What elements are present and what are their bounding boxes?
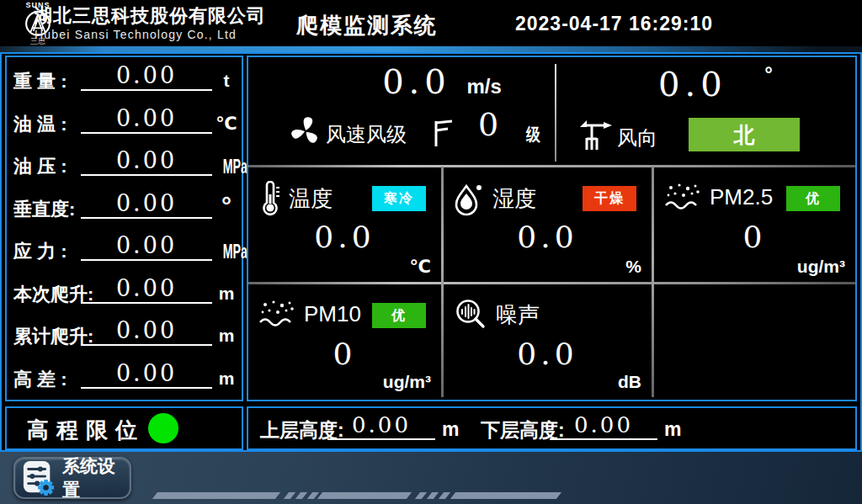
row-label: 应 力 : [13,239,67,264]
sensor-value: 0 [248,337,441,371]
sensor-value: 0.0 [248,220,441,254]
climbing-formwork-monitor-screen: SUNS 三思 湖北三思科技股份有限公司 Hubei Sansi Technol… [0,0,862,504]
sensor-status-badge: 干燥 [583,186,636,211]
row-unit: ° [211,192,242,220]
row-value: 0.00 [81,105,212,134]
wind-level-unit: 级 [526,123,540,146]
sensor-name: PM2.5 [710,184,773,210]
upper-height-value: 0.00 [327,412,435,440]
sensor-name: 温度 [289,184,333,214]
sensor-status-badge: 优 [372,303,426,328]
row-value: 0.00 [81,62,212,91]
wind-direction-label: 风向 [617,125,657,151]
sensor-cell-temperature: 温度 寒冷 0.0 ℃ [248,167,441,282]
wind-direction-badge: 北 [689,118,800,151]
sidebar-row-weight: 重 量 : 0.00 t [7,61,242,103]
row-unit: t [211,71,242,91]
elevation-limit-panel: 高程限位 [5,406,243,450]
measurements-sidebar: 重 量 : 0.00 t 油 温 : 0.00 ℃ 油 压 : 0.00 MPa… [5,56,243,401]
footer-decoration-bar [450,492,561,499]
wind-level-value: 0 [459,106,518,143]
dust-icon [258,298,295,330]
sensor-value: 0 [654,220,855,254]
row-unit: MPa [223,241,242,263]
row-label: 重 量 : [13,69,67,94]
row-label: 垂直度: [13,197,75,222]
footer-decoration-slash [295,492,307,499]
settings-button-label: 系统设置 [62,454,130,501]
sensor-value: 0.0 [444,337,652,371]
footer-decoration-slash [415,492,427,499]
row-value: 0.00 [81,275,212,304]
page-title: 爬模监测系统 [296,11,438,40]
wind-direction-unit: ° [742,62,773,85]
lower-height-unit: m [664,418,681,441]
wind-direction-value: 0.0 ° [610,62,821,103]
sidebar-row-height-diff: 高 差 : 0.00 m [7,358,242,401]
sensor-unit: ug/m³ [797,257,845,277]
footer-decoration-bar [317,492,412,499]
sidebar-row-oil-temp: 油 温 : 0.00 ℃ [7,103,242,146]
row-value: 0.00 [81,190,212,219]
wind-level-flag-icon [432,118,454,148]
elevation-limit-label: 高程限位 [27,416,145,445]
settings-sliders-gear-icon [22,459,56,497]
layer-heights-panel: 上层高度: 0.00 m 下层高度: 0.00 m [247,406,857,450]
footer-decoration-slash [439,492,450,499]
company-name-en: Hubei Sansi Technology Co., Ltd [35,28,237,41]
row-unit: m [211,326,242,346]
sensor-status-badge: 优 [786,186,840,211]
row-value: 0.00 [81,147,212,176]
row-value: 0.00 [81,232,212,261]
sensor-name: 湿度 [492,184,536,214]
company-name-cn: 湖北三思科技股份有限公司 [34,3,266,29]
sensor-status-badge: 寒冷 [372,186,426,211]
header: SUNS 三思 湖北三思科技股份有限公司 Hubei Sansi Technol… [0,0,862,46]
sensor-cell-pm10: PM10 优 0 ug/m³ [248,284,441,397]
row-unit: m [211,284,242,304]
row-unit: MPa [223,156,242,178]
sensor-cell-noise: 噪声 0.0 dB [444,284,652,397]
row-value: 0.00 [81,360,212,389]
sensor-cell-empty [654,284,855,397]
sensor-unit: ℃ [410,257,431,277]
noise-icon [454,298,487,332]
sidebar-row-current-climb: 本次爬升: 0.00 m [7,273,242,316]
sidebar-row-oil-pressure: 油 压 : 0.00 MPa [7,146,242,188]
sensor-cell-humidity: 湿度 干燥 0.0 % [444,167,652,282]
thermometer-icon [258,181,280,216]
sensor-value: 0.0 [444,220,652,254]
sidebar-row-verticality: 垂直度: 0.00 ° [7,188,242,231]
sensor-cell-pm25: PM2.5 优 0 ug/m³ [654,167,855,282]
sensor-unit: ug/m³ [383,372,431,392]
fan-icon [289,114,322,148]
sensor-unit: dB [618,372,641,392]
sensor-name: PM10 [304,301,361,327]
row-label: 高 差 : [13,367,67,392]
wind-section-divider [555,64,556,162]
wind-vane-icon [578,116,614,153]
footer-decoration-bar [152,492,280,499]
environment-panel: 0.0 m/s 风速风级 0 级 [247,56,857,401]
droplet-icon [454,181,484,216]
row-label: 油 温 : [13,112,67,137]
footer-decoration-slash [284,492,295,499]
wind-speed-value: 0.0 m/s [324,62,560,101]
row-unit: ℃ [211,114,242,134]
system-settings-button[interactable]: 系统设置 [13,457,131,499]
upper-height-unit: m [442,418,459,441]
row-unit: m [211,369,242,389]
header-divider [0,46,862,52]
sidebar-row-stress: 应 力 : 0.00 MPa [7,231,242,273]
sensor-unit: % [625,257,641,277]
row-label: 油 压 : [13,154,67,179]
row-value: 0.00 [81,317,212,346]
footer-decoration-slash [427,492,439,499]
lower-height-value: 0.00 [550,412,657,440]
sidebar-row-total-climb: 累计爬升: 0.00 m [7,316,242,358]
wind-speed-unit: m/s [466,75,501,98]
dust-icon [664,181,701,213]
sensor-name: 噪声 [496,300,540,330]
footer-bar: 系统设置 [0,452,862,504]
elevation-limit-indicator [148,413,178,443]
